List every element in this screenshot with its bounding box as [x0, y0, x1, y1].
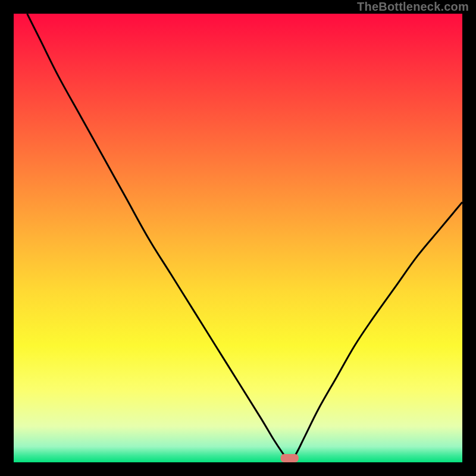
- optimal-marker: [281, 454, 299, 462]
- chart-frame: [14, 14, 462, 462]
- bottleneck-chart: [14, 14, 462, 462]
- watermark-text: TheBottleneck.com: [357, 0, 469, 14]
- gradient-background: [14, 14, 462, 462]
